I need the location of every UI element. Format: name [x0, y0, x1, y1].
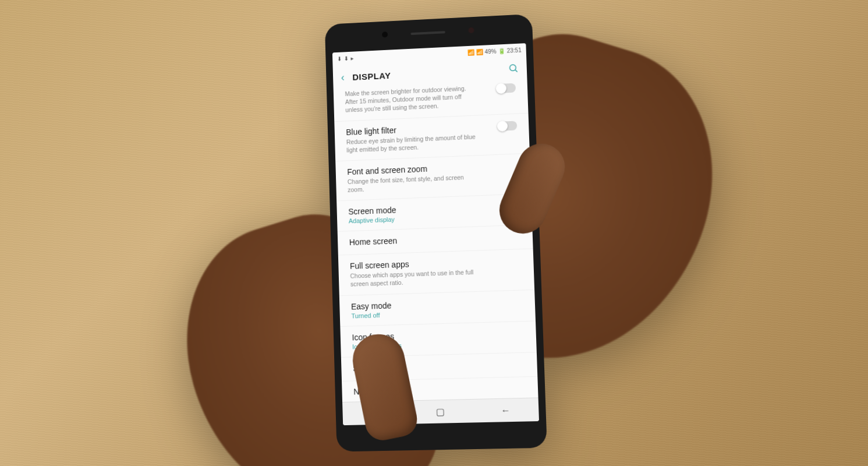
svg-point-0 — [509, 64, 516, 70]
recents-button[interactable]: ⬚ — [363, 407, 386, 419]
battery-percent: 49% — [484, 48, 496, 55]
setting-title: Status bar — [352, 359, 525, 373]
setting-easy-mode[interactable]: Easy mode Turned off — [339, 290, 535, 326]
battery-icon: 🔋 — [498, 47, 505, 54]
home-button[interactable]: ▢ — [428, 406, 452, 418]
signal-icon: 📶 — [476, 48, 483, 55]
setting-font-zoom[interactable]: Font and screen zoom Change the font siz… — [335, 154, 531, 202]
setting-desc: Choose which apps you want to use in the… — [350, 268, 484, 289]
settings-list[interactable]: Make the screen brighter for outdoor vie… — [333, 82, 538, 402]
back-nav-button[interactable]: ← — [493, 405, 517, 416]
setting-title: Full screen apps — [349, 256, 522, 271]
toggle-outdoor-mode[interactable] — [497, 83, 516, 93]
clock-time: 23:51 — [506, 47, 521, 54]
phone-device: ⬇ ⬇ ▸ 📶 📶 49% 🔋 23:51 ‹ DISPLAY — [324, 14, 547, 452]
setting-status-bar[interactable]: Status bar — [341, 352, 537, 382]
page-title: DISPLAY — [352, 65, 500, 82]
search-icon[interactable] — [508, 62, 519, 76]
download-icon: ⬇ — [336, 55, 341, 62]
toggle-blue-light[interactable] — [498, 121, 517, 130]
navigation-bar: ⬚ ▢ ← — [342, 397, 539, 425]
download-icon: ⬇ — [343, 55, 348, 61]
back-button[interactable]: ‹ — [341, 71, 344, 83]
setting-full-screen-apps[interactable]: Full screen apps Choose which apps you w… — [338, 249, 534, 296]
phone-screen: ⬇ ⬇ ▸ 📶 📶 49% 🔋 23:51 ‹ DISPLAY — [332, 43, 538, 425]
wifi-icon: 📶 — [467, 49, 474, 55]
svg-line-1 — [515, 70, 518, 72]
setting-title: Home screen — [349, 232, 520, 247]
setting-icon-frames[interactable]: Icon frames Icons with frames — [340, 321, 537, 357]
bluetooth-icon: ▸ — [350, 55, 353, 61]
